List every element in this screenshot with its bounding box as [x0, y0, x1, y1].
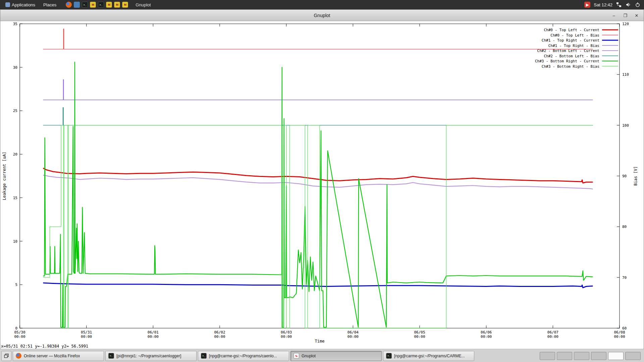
y-left-tick-label: 10: [13, 239, 17, 244]
applications-menu-label: Applications: [12, 2, 35, 7]
x-tick-label-date: 06/01: [148, 330, 159, 335]
x-tick-label-time: 00:00: [347, 335, 359, 339]
titlebar[interactable]: Gnuplot – ❐ ✕: [0, 10, 644, 21]
yellow-launcher-icon[interactable]: M: [90, 2, 96, 8]
plot-canvas: 05/3000:0005/3100:0006/0100:0006/0200:00…: [0, 21, 644, 349]
window-controls: – ❐ ✕: [609, 10, 642, 21]
workspace-cell-2[interactable]: [557, 352, 572, 360]
y-right-tick-label: 100: [622, 123, 629, 128]
gnuplot-window: Gnuplot – ❐ ✕ 05/3000:0005/3100:0006/010…: [0, 9, 644, 349]
files-launcher-icon[interactable]: [74, 2, 80, 8]
workspace-cell-6[interactable]: [625, 352, 641, 360]
y-right-axis-title: Bias [V]: [633, 166, 638, 186]
places-menu-label: Places: [43, 2, 56, 7]
x-tick-label-time: 00:00: [214, 335, 225, 339]
y-right-tick-label: 60: [622, 326, 627, 330]
taskbar-button-label: [pi@nnrpi1: ~/Programs/caenlogger]: [116, 354, 181, 358]
volume-icon[interactable]: [625, 2, 631, 8]
y-right-tick-label: 110: [622, 72, 629, 77]
x-tick-label-date: 06/07: [547, 330, 558, 335]
show-desktop-button[interactable]: [1, 351, 11, 361]
taskbar-button-2[interactable]: >_[pi@nnrpi1: ~/Programs/caenlogger]: [105, 351, 197, 361]
x-tick-label-date: 06/02: [214, 330, 225, 335]
yellow-launcher-icon[interactable]: M: [106, 2, 112, 8]
top-panel: Applications Places >_M>_MMM Gnuplot ▶ S…: [0, 0, 644, 9]
applications-menu[interactable]: Applications: [2, 0, 39, 9]
series-line-1: [43, 29, 593, 49]
y-right-tick-label: 120: [622, 22, 629, 26]
x-tick-label-time: 00:00: [14, 335, 25, 339]
gnuplot-plot[interactable]: 05/3000:0005/3100:0006/0100:0006/0200:00…: [0, 21, 644, 343]
maximize-button[interactable]: ❐: [620, 11, 630, 19]
desktop: Applications Places >_M>_MMM Gnuplot ▶ S…: [0, 0, 644, 362]
y-left-tick-label: 25: [13, 109, 17, 113]
legend-label-2: Ch#1 - Top Right - Current: [542, 38, 599, 43]
y-right-tick-label: 90: [622, 174, 627, 178]
panel-launchers: >_M>_MMM: [66, 2, 128, 8]
workspace-cell-3[interactable]: [574, 352, 589, 360]
minimize-button[interactable]: –: [609, 11, 619, 19]
workspace-cell-4[interactable]: [591, 352, 606, 360]
workspace-cell-1[interactable]: [540, 352, 555, 360]
y-left-tick-label: 20: [13, 152, 17, 157]
terminal-icon: >_: [386, 353, 392, 359]
taskbar-button-3[interactable]: >_[npg@carme-gsi:~/Programs/caenlo...: [198, 351, 289, 361]
gnuplot-icon: ∿: [293, 353, 299, 359]
x-tick-label-time: 00:00: [614, 335, 625, 339]
close-button[interactable]: ✕: [632, 11, 642, 19]
terminal-icon: >_: [201, 353, 207, 359]
x-tick-label-time: 00:00: [414, 335, 425, 339]
terminal-launcher-icon[interactable]: >_: [98, 2, 104, 8]
x-tick-label-time: 00:00: [481, 335, 492, 339]
taskbar-button-4[interactable]: ∿Gnuplot: [290, 351, 382, 361]
workspace-cell-5[interactable]: [608, 352, 624, 360]
series-line-6: [43, 62, 593, 327]
task-button-list: Online server — Mozilla Firefox>_[pi@nnr…: [13, 351, 538, 361]
y-left-tick-label: 15: [13, 196, 17, 200]
notification-icon[interactable]: ▶: [584, 2, 590, 8]
legend-label-3: Ch#1 - Top Right - Bias: [548, 44, 599, 48]
taskbar-button-label: Gnuplot: [302, 354, 316, 358]
applications-icon: [5, 2, 10, 7]
active-window-label: Gnuplot: [136, 2, 151, 7]
terminal-icon: >_: [108, 353, 114, 359]
x-tick-label-time: 00:00: [547, 335, 558, 339]
network-icon[interactable]: [616, 2, 622, 8]
cursor-readout: x=05/31 02:51 y=-1.98384 y2= 56.5991: [1, 344, 88, 349]
x-axis-title: Time: [315, 339, 325, 343]
series-line-4: [43, 175, 593, 189]
legend-label-1: Ch#0 - Top Left - Bias: [550, 33, 599, 38]
x-tick-label-time: 00:00: [148, 335, 159, 339]
taskbar-button-label: [npg@carme-gsi:~/Programs/CARME...: [394, 354, 465, 358]
yellow-launcher-icon[interactable]: M: [122, 2, 128, 8]
power-icon[interactable]: [635, 2, 641, 8]
firefox-launcher-icon[interactable]: [66, 2, 72, 8]
places-menu[interactable]: Places: [40, 0, 60, 9]
clock[interactable]: Sat 12:42: [594, 2, 612, 7]
legend-label-5: Ch#2 - Bottom Left - Bias: [544, 54, 599, 58]
x-tick-label-time: 00:00: [281, 335, 292, 339]
terminal-launcher-icon[interactable]: >_: [82, 2, 88, 8]
x-tick-label-date: 05/30: [14, 330, 25, 335]
x-tick-label-date: 05/31: [81, 330, 92, 335]
x-tick-label-time: 00:00: [81, 335, 92, 339]
y-left-tick-label: 0: [15, 326, 17, 330]
y-left-tick-label: 35: [13, 22, 17, 26]
y-left-tick-label: 30: [13, 65, 17, 70]
taskbar-button-label: Online server — Mozilla Firefox: [24, 354, 80, 358]
legend-label-0: Ch#0 - Top Left - Current: [544, 28, 599, 32]
series-line-7: [43, 125, 593, 328]
legend-label-4: Ch#2 - Bottom Left - Current: [537, 49, 599, 53]
panel-right: ▶ Sat 12:42: [584, 2, 644, 8]
yellow-launcher-icon[interactable]: M: [114, 2, 120, 8]
x-tick-label-date: 06/04: [347, 330, 359, 335]
y-left-tick-label: 5: [15, 283, 17, 287]
legend-label-6: Ch#3 - Bottom Right - Current: [535, 59, 599, 63]
taskbar-button-5[interactable]: >_[npg@carme-gsi:~/Programs/CARME...: [383, 351, 474, 361]
x-tick-label-date: 06/05: [414, 330, 425, 335]
series-line-5: [43, 108, 593, 125]
taskbar-button-1[interactable]: Online server — Mozilla Firefox: [13, 351, 104, 361]
x-tick-label-date: 06/08: [614, 330, 625, 335]
series-line-3: [43, 80, 593, 100]
taskbar: Online server — Mozilla Firefox>_[pi@nnr…: [0, 349, 644, 362]
